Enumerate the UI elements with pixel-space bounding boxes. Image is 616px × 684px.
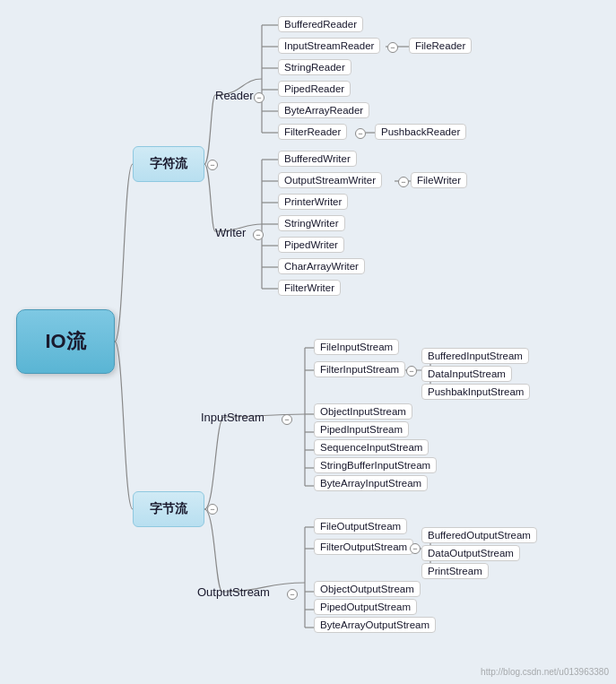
sub-cat-inputstream: InputStream <box>201 411 265 424</box>
leaf-filterinputstream: FilterInputStream <box>314 361 405 377</box>
leaf-bufferedoutputstream: BufferedOutputStream <box>421 527 537 543</box>
leaf-bytearrayinputstream: ByteArrayInputStream <box>314 475 428 491</box>
collapse-filteroutputstream[interactable]: − <box>410 543 421 554</box>
leaf-datainputstream: DataInputStream <box>421 366 512 382</box>
leaf-stringreader: StringReader <box>278 59 351 75</box>
leaf-bufferedwriter: BufferedWriter <box>278 151 357 167</box>
cat-node-byte: 字节流 <box>133 491 204 527</box>
leaf-inputstreamreader: InputStreamReader <box>278 38 380 54</box>
leaf-printerwriter: PrinterWriter <box>278 194 348 210</box>
leaf-pipedwriter: PipedWriter <box>278 237 344 253</box>
mindmap-container: IO流 字符流 − 字节流 − Reader − Writer − InputS… <box>0 0 616 684</box>
leaf-objectinputstream: ObjectInputStream <box>314 403 412 420</box>
collapse-inputstreamreader[interactable]: − <box>387 42 398 53</box>
leaf-pipedreader: PipedReader <box>278 81 351 97</box>
collapse-filterinputstream[interactable]: − <box>406 366 417 377</box>
collapse-byte[interactable]: − <box>207 504 218 515</box>
leaf-filereader: FileReader <box>409 38 472 54</box>
sub-cat-outputstream: OutputStream <box>197 585 270 599</box>
leaf-bytearrayoutputstream: ByteArrayOutputStream <box>314 617 436 633</box>
leaf-bufferedinputstream: BufferedInputStream <box>421 348 529 364</box>
leaf-filewriter: FileWriter <box>411 172 467 188</box>
leaf-outputstreamwriter: OutputStreamWriter <box>278 172 382 188</box>
leaf-fileoutputstream: FileOutputStream <box>314 518 407 534</box>
leaf-pushbakinputstream: PushbakInputStream <box>421 384 530 400</box>
leaf-pushbackreader: PushbackReader <box>375 124 466 140</box>
collapse-char[interactable]: − <box>207 160 218 170</box>
collapse-reader[interactable]: − <box>254 92 265 103</box>
collapse-outputstreamwriter[interactable]: − <box>398 177 409 187</box>
cat-node-char: 字符流 <box>133 146 204 182</box>
leaf-filterreader: FilterReader <box>278 124 347 140</box>
sub-cat-reader: Reader <box>215 89 254 102</box>
leaf-pipedoutputstream: PipedOutputStream <box>314 599 417 615</box>
leaf-dataoutputstream: DataOutputStream <box>421 545 520 561</box>
watermark: http://blog.csdn.net/u013963380 <box>481 667 609 677</box>
sub-cat-writer: Writer <box>215 226 246 239</box>
leaf-stringbufferinputstream: StringBufferInputStream <box>314 457 437 473</box>
root-node: IO流 <box>16 309 115 374</box>
leaf-fileinputstream: FileInputStream <box>314 339 399 355</box>
leaf-pipedinputstream: PipedInputStream <box>314 421 409 437</box>
leaf-stringwriter: StringWriter <box>278 215 345 231</box>
collapse-outputstream[interactable]: − <box>287 589 298 600</box>
leaf-bytearrayreader: ByteArrayReader <box>278 102 369 118</box>
leaf-sequenceinputstream: SequenceInputStream <box>314 439 429 455</box>
collapse-filterreader[interactable]: − <box>355 128 366 139</box>
leaf-objectoutputstream: ObjectOutputStream <box>314 581 421 597</box>
leaf-chararraywriter: CharArrayWriter <box>278 258 365 274</box>
leaf-bufferedreader: BufferedReader <box>278 16 363 32</box>
leaf-filteroutputstream: FilterOutputStream <box>314 539 413 555</box>
leaf-filterwriter: FilterWriter <box>278 280 341 296</box>
collapse-inputstream[interactable]: − <box>282 414 292 425</box>
collapse-writer[interactable]: − <box>253 229 264 240</box>
leaf-printstream: PrintStream <box>421 563 489 579</box>
